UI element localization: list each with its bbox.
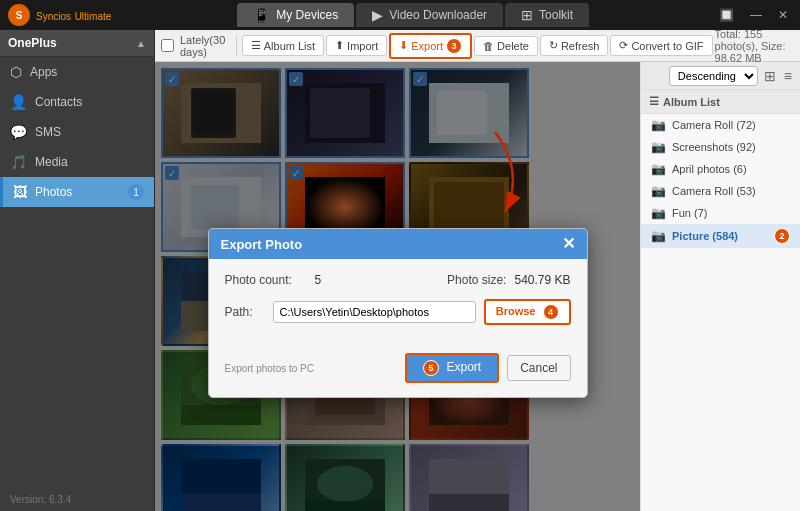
phone-icon: 📱 xyxy=(253,7,270,23)
content-and-panel: ✓ ✓ xyxy=(155,62,800,511)
album-list-icon: ☰ xyxy=(251,39,261,52)
camera-icon: 📷 xyxy=(651,140,666,154)
export-icon: ⬇ xyxy=(399,39,408,52)
album-item-picture[interactable]: 📷 Picture (584) 2 xyxy=(641,224,800,248)
dialog-overlay: Export Photo ✕ Photo count: 5 Photo size… xyxy=(155,62,640,511)
total-info: Total: 155 photo(s), Size: 98.62 MB xyxy=(715,28,794,64)
path-input[interactable] xyxy=(273,301,476,323)
title-bar: S Syncios Ultimate 📱 My Devices ▶ Video … xyxy=(0,0,800,30)
browse-button[interactable]: Browse 4 xyxy=(484,299,571,325)
cancel-button[interactable]: Cancel xyxy=(507,355,570,381)
export-step-badge: 3 xyxy=(446,38,462,54)
album-item-screenshots[interactable]: 📷 Screenshots (92) xyxy=(641,136,800,158)
app-logo: S xyxy=(8,4,30,26)
right-panel: Descending ⊞ ≡ ☰ Album List 📷 Camera Rol… xyxy=(640,62,800,511)
select-all-checkbox[interactable] xyxy=(161,39,174,52)
sort-select[interactable]: Descending xyxy=(669,66,758,86)
title-bar-controls: 🔲 — ✕ xyxy=(715,6,792,24)
camera-icon: 📷 xyxy=(651,206,666,220)
export-button[interactable]: ⬇ Export 3 xyxy=(389,33,472,59)
camera-icon: 📷 xyxy=(651,162,666,176)
device-header: OnePlus ▲ xyxy=(0,30,154,57)
maximize-button[interactable]: 🔲 xyxy=(715,6,738,24)
dialog-body: Photo count: 5 Photo size: 540.79 KB Pat… xyxy=(209,259,587,353)
dialog-title: Export Photo xyxy=(221,237,303,252)
photo-size-value: 540.79 KB xyxy=(514,273,570,287)
path-label: Path: xyxy=(225,305,265,319)
sidebar-item-apps[interactable]: ⬡ Apps xyxy=(0,57,154,87)
album-list-button[interactable]: ☰ Album List xyxy=(242,35,324,56)
tab-video-downloader[interactable]: ▶ Video Downloader xyxy=(356,3,503,27)
title-bar-left: S Syncios Ultimate xyxy=(8,4,111,26)
import-icon: ⬆ xyxy=(335,39,344,52)
tab-my-devices[interactable]: 📱 My Devices xyxy=(237,3,354,27)
contacts-icon: 👤 xyxy=(10,94,27,110)
delete-button[interactable]: 🗑 Delete xyxy=(474,36,538,56)
delete-icon: 🗑 xyxy=(483,40,494,52)
play-icon: ▶ xyxy=(372,7,383,23)
album-item-camera-roll-2[interactable]: 📷 Camera Roll (53) xyxy=(641,180,800,202)
export-dialog: Export Photo ✕ Photo count: 5 Photo size… xyxy=(208,228,588,398)
photos-icon: 🖼 xyxy=(13,184,27,200)
refresh-icon: ↻ xyxy=(549,39,558,52)
dialog-footer: Export photos to PC 5 Export Cancel xyxy=(209,353,587,397)
dialog-header: Export Photo ✕ xyxy=(209,229,587,259)
import-button[interactable]: ⬆ Import xyxy=(326,35,387,56)
app-name: Syncios Ultimate xyxy=(36,8,111,23)
sort-bar: Descending ⊞ ≡ xyxy=(641,62,800,90)
photo-size-label: Photo size: xyxy=(447,273,506,287)
convert-gif-button[interactable]: ⟳ Convert to GIF xyxy=(610,35,712,56)
tab-toolkit[interactable]: ⊞ Toolkit xyxy=(505,3,589,27)
title-bar-tabs: 📱 My Devices ▶ Video Downloader ⊞ Toolki… xyxy=(237,3,589,27)
media-icon: 🎵 xyxy=(10,154,27,170)
refresh-button[interactable]: ↻ Refresh xyxy=(540,35,609,56)
close-button[interactable]: ✕ xyxy=(774,6,792,24)
photos-badge: 1 xyxy=(128,184,144,200)
camera-icon: 📷 xyxy=(651,229,666,243)
photo-count-label: Photo count: xyxy=(225,273,315,287)
grid-icon: ⊞ xyxy=(521,7,533,23)
camera-icon: 📷 xyxy=(651,118,666,132)
path-row: Path: Browse 4 xyxy=(225,299,571,325)
photo-count-row: Photo count: 5 Photo size: 540.79 KB xyxy=(225,273,571,287)
arrow-annotation xyxy=(435,122,555,222)
camera-icon: 📷 xyxy=(651,184,666,198)
device-name: OnePlus xyxy=(8,36,57,50)
sidebar-version: Version: 6.3.4 xyxy=(0,488,154,511)
sidebar: OnePlus ▲ ⬡ Apps 👤 Contacts 💬 SMS 🎵 Medi… xyxy=(0,30,155,511)
browse-step-badge: 4 xyxy=(543,304,559,320)
content-area: ✓ ✓ xyxy=(155,62,640,511)
album-item-fun[interactable]: 📷 Fun (7) xyxy=(641,202,800,224)
dialog-close-button[interactable]: ✕ xyxy=(562,236,575,252)
export-confirm-button[interactable]: 5 Export xyxy=(405,353,499,383)
sidebar-item-contacts[interactable]: 👤 Contacts xyxy=(0,87,154,117)
toolbar: Lately(30 days) ☰ Album List ⬆ Import ⬇ … xyxy=(155,30,800,62)
gif-icon: ⟳ xyxy=(619,39,628,52)
minimize-button[interactable]: — xyxy=(746,6,766,24)
sidebar-item-photos[interactable]: 🖼 Photos 1 xyxy=(0,177,154,207)
export-step-badge-5: 5 xyxy=(423,360,439,376)
sidebar-item-media[interactable]: 🎵 Media xyxy=(0,147,154,177)
album-item-april-photos[interactable]: 📷 April photos (6) xyxy=(641,158,800,180)
album-list-icon: ☰ xyxy=(649,95,659,108)
grid-view-button[interactable]: ⊞ xyxy=(762,66,778,86)
picture-badge: 2 xyxy=(774,228,790,244)
album-item-camera-roll-1[interactable]: 📷 Camera Roll (72) xyxy=(641,114,800,136)
period-label: Lately(30 days) xyxy=(180,34,225,58)
expand-icon[interactable]: ▲ xyxy=(136,38,146,49)
album-list-header: ☰ Album List xyxy=(641,90,800,114)
main-container: OnePlus ▲ ⬡ Apps 👤 Contacts 💬 SMS 🎵 Medi… xyxy=(0,30,800,511)
list-view-button[interactable]: ≡ xyxy=(782,66,794,86)
apps-icon: ⬡ xyxy=(10,64,22,80)
sidebar-item-sms[interactable]: 💬 SMS xyxy=(0,117,154,147)
sms-icon: 💬 xyxy=(10,124,27,140)
content-wrapper: Lately(30 days) ☰ Album List ⬆ Import ⬇ … xyxy=(155,30,800,511)
photo-count-value: 5 xyxy=(315,273,322,287)
export-hint: Export photos to PC xyxy=(225,363,315,374)
